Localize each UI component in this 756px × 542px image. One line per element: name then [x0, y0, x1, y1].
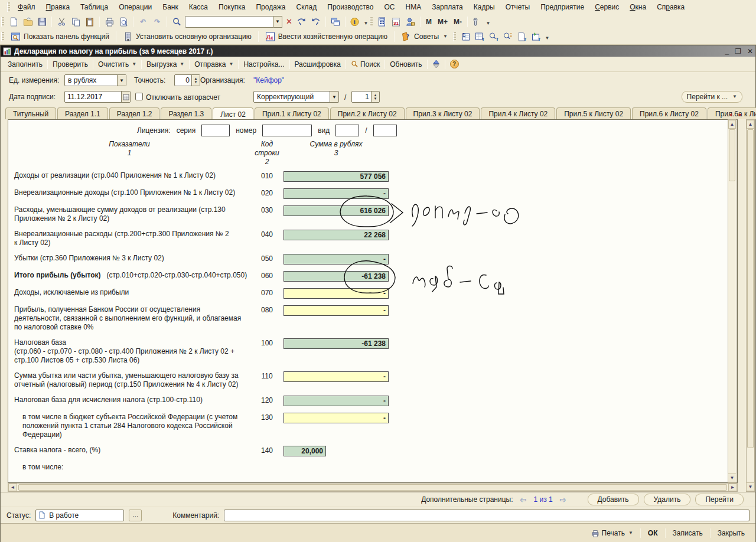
decode-button[interactable]: Расшифровка — [290, 58, 346, 70]
document-table-button[interactable]: Т — [516, 31, 529, 43]
undo-button[interactable]: ↶ — [136, 16, 149, 28]
check-button[interactable]: Проверить — [48, 58, 93, 70]
scroll-down-icon[interactable]: ▼ — [728, 474, 737, 482]
menu-item[interactable]: Окна — [624, 1, 651, 13]
unit-combobox[interactable]: в рублях▼ — [64, 74, 126, 86]
sheet-horizontal-scrollbar[interactable]: ◄ ► — [8, 483, 738, 492]
menu-item[interactable]: ОС — [379, 1, 400, 13]
sign-date-input[interactable] — [64, 91, 131, 103]
set-main-organization-button[interactable]: Установить основную организацию — [119, 31, 256, 43]
correction-combobox[interactable]: Корректирующий▼ — [253, 91, 339, 103]
menu-item[interactable]: Склад — [291, 1, 322, 13]
section-tab[interactable]: Прил.5 к Листу 02 — [556, 107, 631, 119]
help-button[interactable]: ? — [445, 58, 464, 70]
license-kind2-input[interactable] — [373, 125, 397, 136]
restore-button[interactable]: ❐ — [735, 48, 741, 55]
search-dropdown-button[interactable]: ▼ — [273, 16, 282, 28]
fill-button[interactable]: Заполнить — [3, 58, 47, 70]
print-preview-button[interactable] — [117, 16, 130, 28]
spin-buttons[interactable]: ▲▼ — [371, 92, 379, 102]
toolbar-grip[interactable] — [370, 17, 373, 27]
menu-item[interactable]: Банк — [157, 1, 183, 13]
row-amount-field[interactable]: - — [284, 254, 389, 265]
menu-item[interactable]: Покупка — [213, 1, 250, 13]
setup-button[interactable]: Настройка... — [239, 58, 289, 70]
license-kind-input[interactable] — [335, 125, 359, 136]
next-page-button[interactable]: ⇨ — [558, 495, 569, 504]
tabs-scroll-left-button[interactable]: ◄ — [726, 111, 735, 118]
section-tab[interactable]: Прил.3 к Листу 02 — [406, 107, 480, 119]
sheet-vertical-scrollbar[interactable]: ▲ ▼ — [728, 119, 737, 483]
calculator-button[interactable] — [376, 16, 389, 28]
close-button[interactable]: ✕ — [747, 48, 753, 55]
clear-button[interactable]: Очистить▼ — [93, 58, 141, 70]
previous-page-button[interactable]: ⇦ — [518, 495, 529, 504]
goto-button[interactable]: Перейти к ...▼ — [682, 91, 742, 103]
scrollbar-thumb[interactable] — [747, 129, 754, 448]
clear-search-button[interactable]: ✕ — [284, 17, 295, 26]
toolbar-grip[interactable] — [1, 17, 4, 27]
cut-button[interactable] — [55, 16, 68, 28]
tabs-scroll-right-button[interactable]: ► — [736, 111, 745, 118]
spin-buttons[interactable]: ▲▼ — [191, 75, 200, 86]
info-button[interactable]: i — [348, 16, 361, 28]
sum-table-button[interactable]: Σ — [459, 31, 472, 43]
status-more-button[interactable]: ... — [129, 510, 142, 521]
menu-item[interactable]: Зарплата — [426, 1, 468, 13]
row-amount-field[interactable]: 22 268 — [284, 230, 389, 240]
row-amount-field[interactable]: 20,000 — [284, 446, 326, 456]
search-button[interactable]: Поиск — [346, 58, 384, 70]
find-prev-button[interactable] — [309, 16, 322, 28]
scroll-down-icon[interactable]: ▼ — [746, 482, 755, 491]
section-tab[interactable]: Прил.1 к Листу 02 — [255, 107, 329, 119]
menu-item[interactable]: Касса — [184, 1, 213, 13]
section-tab[interactable]: Раздел 1.3 — [161, 107, 211, 119]
user-lock-button[interactable] — [404, 16, 417, 28]
sort-button[interactable] — [428, 58, 445, 70]
settings-button[interactable] — [471, 16, 484, 28]
scrollbar-thumb[interactable] — [18, 484, 727, 491]
row-amount-field[interactable]: - — [284, 396, 389, 406]
row-amount-field[interactable]: - — [284, 371, 389, 382]
menu-item[interactable]: Производство — [322, 1, 379, 13]
menu-item[interactable]: Предприятие — [535, 1, 589, 13]
correction-number-spinner[interactable]: 1▲▼ — [351, 91, 380, 103]
date-input[interactable] — [65, 93, 121, 101]
goto-page-button[interactable]: Перейти — [695, 494, 744, 505]
menu-item[interactable]: Таблица — [75, 1, 113, 13]
info-dropdown-button[interactable]: ▼ — [362, 17, 369, 27]
toolbar-grip[interactable] — [453, 32, 456, 41]
section-tab[interactable]: Прил.4 к Листу 02 — [481, 107, 555, 119]
menu-item[interactable]: Сервис — [589, 1, 624, 13]
menu-item[interactable]: Продажа — [250, 1, 291, 13]
view-list-button[interactable] — [501, 31, 514, 43]
scroll-left-icon[interactable]: ◄ — [8, 484, 17, 491]
row-amount-field[interactable]: - — [284, 288, 389, 299]
open-button[interactable] — [21, 16, 34, 28]
section-tab[interactable]: Прил.2 к Листу 02 — [330, 107, 405, 119]
menu-item[interactable]: НМА — [400, 1, 427, 13]
search-input[interactable] — [185, 16, 273, 28]
find-button[interactable] — [170, 16, 183, 28]
export-button[interactable]: Выгрузка▼ — [142, 58, 189, 70]
menu-item[interactable]: Операции — [113, 1, 157, 13]
save-record-button[interactable]: Записать — [668, 527, 708, 540]
close-form-button[interactable]: Закрыть — [713, 527, 750, 540]
section-tab[interactable]: Прил.6 к Листу 02 — [632, 107, 706, 119]
copy-button[interactable] — [69, 16, 82, 28]
paste-button[interactable] — [83, 16, 96, 28]
scroll-right-icon[interactable]: ► — [728, 484, 737, 491]
advice-button[interactable]: ? Советы ▼ — [397, 31, 452, 43]
row-amount-field[interactable]: - — [284, 305, 389, 316]
toolbar-grip[interactable] — [7, 2, 10, 12]
enter-business-operation-button[interactable]: ДК Ввести хозяйственную операцию — [261, 31, 392, 43]
row-amount-field[interactable]: - — [284, 413, 389, 423]
menu-item[interactable]: Файл — [12, 1, 41, 13]
license-seria-input[interactable] — [201, 125, 230, 136]
row-amount-field[interactable]: -61 238 — [284, 271, 389, 282]
section-tab[interactable]: Раздел 1.1 — [57, 107, 108, 119]
refresh-button[interactable]: Обновить — [385, 58, 426, 70]
chevron-down-icon[interactable]: ▼ — [117, 75, 126, 86]
section-tab[interactable]: Лист 02 — [213, 107, 253, 120]
row-amount-field[interactable]: -61 238 — [284, 338, 389, 349]
